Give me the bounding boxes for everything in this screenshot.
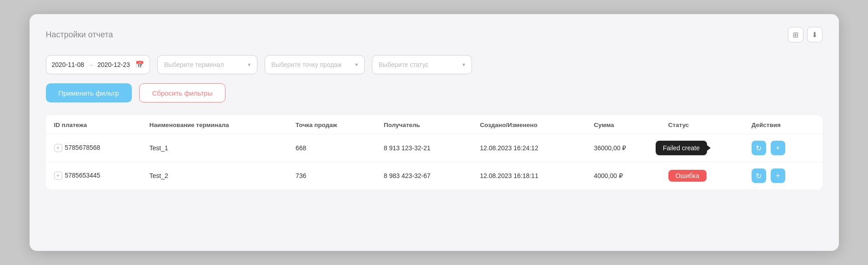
failed-create-tooltip: Failed create — [656, 141, 707, 155]
col-header-status: Статус — [660, 115, 743, 134]
cell-id: +5785653445 — [46, 162, 141, 190]
refresh-button[interactable]: ↻ — [752, 141, 766, 155]
cell-recipient: 8 913 123-32-21 — [376, 134, 472, 162]
cell-actions: ↻ + — [743, 162, 823, 190]
col-header-id: ID платежа — [46, 115, 141, 134]
col-header-recipient: Получатель — [376, 115, 472, 134]
cell-terminal: Test_2 — [141, 162, 288, 190]
calendar-icon: 📅 — [135, 61, 144, 69]
status-select[interactable]: Выберите статус ▾ — [372, 55, 472, 74]
add-button[interactable]: + — [771, 168, 785, 183]
cell-actions: ↻ + — [743, 134, 823, 162]
cell-id: +5785678568 — [46, 134, 141, 162]
cell-status: Failed create — [660, 134, 743, 162]
date-to: 2020-12-23 — [97, 61, 130, 68]
cell-sales-point: 668 — [287, 134, 376, 162]
table-view-button[interactable]: ⊞ — [788, 27, 803, 42]
refresh-button[interactable]: ↻ — [752, 168, 766, 183]
table-header-row: ID платежа Наименование терминала Точка … — [46, 115, 823, 134]
status-select-label: Выберите статус — [379, 61, 429, 68]
window-title: Настройки отчета — [46, 30, 113, 40]
cell-created: 12.08.2023 16:24:12 — [472, 134, 586, 162]
actions-row: Применить фильтр Сбросить фильтры — [46, 83, 823, 102]
payments-table-wrapper: ID платежа Наименование терминала Точка … — [46, 115, 823, 189]
col-header-amount: Сумма — [586, 115, 660, 134]
main-window: Настройки отчета ⊞ ⬇ 2020-11-08 → 2020-1… — [30, 14, 839, 251]
sales-point-select-label: Выберите точку продаж — [271, 61, 342, 68]
col-header-actions: Действия — [743, 115, 823, 134]
col-header-sales-point: Точка продаж — [287, 115, 376, 134]
cell-amount: 36000,00 ₽ — [586, 134, 660, 162]
col-header-created: Создано/Изменено — [472, 115, 586, 134]
cell-created: 12.08.2023 16:18:11 — [472, 162, 586, 190]
chevron-down-icon-3: ▾ — [462, 61, 465, 68]
add-button[interactable]: + — [771, 141, 785, 155]
date-range-picker[interactable]: 2020-11-08 → 2020-12-23 📅 — [46, 55, 150, 74]
terminal-select[interactable]: Выберите терминал ▾ — [157, 55, 257, 74]
sales-point-select[interactable]: Выберите точку продаж ▾ — [265, 55, 365, 74]
cell-recipient: 8 983 423-32-67 — [376, 162, 472, 190]
expand-icon[interactable]: + — [54, 144, 62, 152]
cell-status: Ошибка — [660, 162, 743, 190]
payments-table: ID платежа Наименование терминала Точка … — [46, 115, 823, 189]
chevron-down-icon: ▾ — [248, 61, 251, 68]
expand-icon[interactable]: + — [54, 172, 62, 180]
reset-filters-button[interactable]: Сбросить фильтры — [139, 83, 226, 102]
header-row: Настройки отчета ⊞ ⬇ — [46, 27, 823, 42]
date-arrow-icon: → — [88, 61, 94, 68]
date-from: 2020-11-08 — [52, 61, 85, 68]
table-row: +5785653445Test_27368 983 423-32-6712.08… — [46, 162, 823, 190]
filters-row: 2020-11-08 → 2020-12-23 📅 Выберите терми… — [46, 55, 823, 74]
download-button[interactable]: ⬇ — [807, 27, 823, 42]
table-row: +5785678568Test_16688 913 123-32-2112.08… — [46, 134, 823, 162]
terminal-select-label: Выберите терминал — [164, 61, 224, 68]
cell-terminal: Test_1 — [141, 134, 288, 162]
chevron-down-icon-2: ▾ — [355, 61, 358, 68]
status-badge: Ошибка — [668, 170, 707, 182]
header-actions: ⊞ ⬇ — [788, 27, 823, 42]
cell-sales-point: 736 — [287, 162, 376, 190]
col-header-terminal: Наименование терминала — [141, 115, 288, 134]
apply-filter-button[interactable]: Применить фильтр — [46, 83, 132, 102]
cell-amount: 4000,00 ₽ — [586, 162, 660, 190]
